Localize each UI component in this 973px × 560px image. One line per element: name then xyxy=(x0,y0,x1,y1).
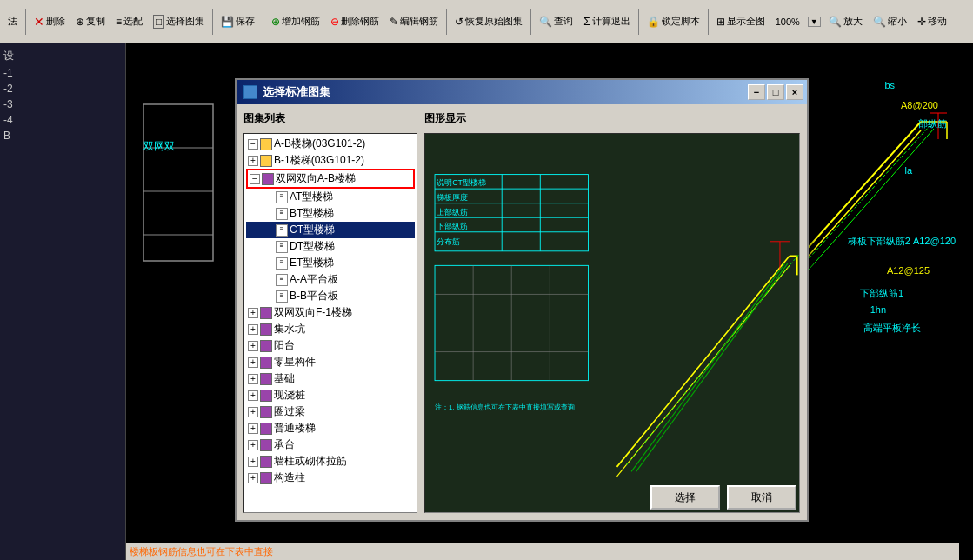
tree-item-at3_7[interactable]: ≡B-B平台板 xyxy=(246,288,415,304)
zoom-dropdown-icon[interactable]: ▼ xyxy=(809,17,820,26)
tree-expand-at7[interactable]: + xyxy=(248,357,258,368)
folder-icon-at11 xyxy=(260,423,272,435)
tree-item-at13[interactable]: +墙柱或砌体拉筋 xyxy=(246,453,415,470)
restore-icon: ↺ xyxy=(455,16,463,28)
tree-item-at12[interactable]: +承台 xyxy=(246,437,415,453)
tree-expand-at13[interactable]: + xyxy=(248,457,258,467)
tree-label-at11: 普通楼梯 xyxy=(274,421,316,436)
move-icon: ✛ xyxy=(917,16,926,28)
delete-label: 删除 xyxy=(46,15,65,28)
edit-rebar-button[interactable]: ✎ 编辑钢筋 xyxy=(385,12,443,30)
zoom-in-button[interactable]: 🔍 放大 xyxy=(824,12,867,30)
tree-expand-at11[interactable]: + xyxy=(248,423,258,434)
tree-item-at3_3[interactable]: ≡CT型楼梯 xyxy=(246,222,415,238)
tree-label-at5: 集水坑 xyxy=(274,322,305,337)
tree-item-at11[interactable]: +普通楼梯 xyxy=(246,420,415,437)
annotation-bujin: 部纵筋 xyxy=(918,117,947,130)
image-panel: 图形显示 说明CT型楼梯 梯板厚度 上部纵筋 下部纵筋 分布筋 xyxy=(424,111,800,513)
tree-item-at10[interactable]: +圈过梁 xyxy=(246,403,415,420)
tree-expand-at9[interactable]: + xyxy=(248,390,258,401)
del-rebar-label: 删除钢筋 xyxy=(341,15,379,28)
menu-fa-label: 法 xyxy=(8,15,17,28)
zoom-in-icon: 🔍 xyxy=(829,16,842,28)
tree-item-at4[interactable]: +双网双向F-1楼梯 xyxy=(246,304,415,321)
select-atlas-button[interactable]: □ 选择图集 xyxy=(149,12,209,31)
minimize-button[interactable]: − xyxy=(748,84,765,100)
folder-icon-at10 xyxy=(260,406,272,418)
tree-item-at3_5[interactable]: ≡ET型楼梯 xyxy=(246,255,415,271)
tree-expand-at2[interactable]: + xyxy=(248,156,258,166)
del-rebar-button[interactable]: ⊖ 删除钢筋 xyxy=(326,12,383,30)
restore-button[interactable]: ↺ 恢复原始图集 xyxy=(450,12,527,30)
image-panel-label: 图形显示 xyxy=(424,111,800,126)
full-label: 显示全图 xyxy=(727,15,765,28)
tree-expand-at1[interactable]: − xyxy=(248,139,258,150)
calc-label: 计算退出 xyxy=(592,15,630,28)
tree-item-at6[interactable]: +阳台 xyxy=(246,337,415,354)
tree-item-at14[interactable]: +构造柱 xyxy=(246,470,415,486)
zoom-out-button[interactable]: 🔍 缩小 xyxy=(869,12,911,30)
tree-expand-at5[interactable]: + xyxy=(248,324,258,335)
annotation-xia-zongjin: 下部纵筋1 xyxy=(860,287,903,300)
calc-exit-button[interactable]: Σ 计算退出 xyxy=(579,12,634,30)
sidebar-item-n3: -3 xyxy=(3,97,122,112)
folder-icon-at8 xyxy=(260,373,272,385)
preview-svg: 说明CT型楼梯 梯板厚度 上部纵筋 下部纵筋 分布筋 xyxy=(425,134,799,512)
restore-label: 恢复原始图集 xyxy=(465,15,523,28)
tree-item-at5[interactable]: +集水坑 xyxy=(246,321,415,337)
tree-label-at8: 基础 xyxy=(274,371,295,386)
move-label: 移动 xyxy=(928,15,947,28)
delete-button[interactable]: ✕ 删除 xyxy=(30,12,70,31)
tree-expand-at12[interactable]: + xyxy=(248,440,258,450)
tree-item-at1[interactable]: −A-B楼梯(03G101-2) xyxy=(246,136,415,152)
toolbar-separator-5 xyxy=(530,9,531,35)
tree-item-at2[interactable]: +B-1楼梯(03G101-2) xyxy=(246,152,415,169)
tree-container[interactable]: −A-B楼梯(03G101-2)+B-1楼梯(03G101-2)−双网双向A-B… xyxy=(243,133,417,513)
full-icon: ⊞ xyxy=(716,16,725,28)
cancel-button[interactable]: 取消 xyxy=(727,485,796,510)
tree-label-at9: 现浇桩 xyxy=(274,388,305,403)
lock-script-button[interactable]: 🔒 锁定脚本 xyxy=(643,12,704,30)
tree-label-at3_5: ET型楼梯 xyxy=(290,256,334,270)
select-button[interactable]: 选择 xyxy=(650,485,720,510)
close-button[interactable]: × xyxy=(786,84,803,100)
add-rebar-button[interactable]: ⊕ 增加钢筋 xyxy=(267,12,324,30)
doc-icon-at3_7: ≡ xyxy=(276,290,288,303)
tree-label-at14: 构造柱 xyxy=(274,470,305,485)
tree-expand-at14[interactable]: + xyxy=(248,473,258,483)
add-rebar-label: 增加钢筋 xyxy=(282,15,320,28)
tree-label-at6: 阳台 xyxy=(274,338,295,353)
tree-label-at3_2: BT型楼梯 xyxy=(290,206,334,221)
tree-item-at3[interactable]: −双网双向A-B楼梯 xyxy=(246,169,415,189)
tree-expand-at8[interactable]: + xyxy=(248,374,258,384)
tree-item-at3_1[interactable]: ≡AT型楼梯 xyxy=(246,189,415,205)
tree-label-at2: B-1楼梯(03G101-2) xyxy=(274,153,364,168)
tree-item-at7[interactable]: +零星构件 xyxy=(246,354,415,370)
folder-icon-at9 xyxy=(260,390,272,402)
tree-expand-at3[interactable]: − xyxy=(250,174,260,184)
tree-item-at9[interactable]: +现浇桩 xyxy=(246,387,415,403)
menu-fa[interactable]: 法 xyxy=(3,12,22,30)
tree-item-at8[interactable]: +基础 xyxy=(246,370,415,387)
tree-item-at3_4[interactable]: ≡DT型楼梯 xyxy=(246,238,415,255)
maximize-button[interactable]: □ xyxy=(767,84,784,100)
move-button[interactable]: ✛ 移动 xyxy=(913,12,951,30)
toolbar-separator-1 xyxy=(25,9,26,35)
dialog-select-atlas: 选择标准图集 − □ × 图集列表 −A-B楼梯(03G101-2)+B-1楼梯… xyxy=(235,78,809,522)
doc-icon-at3_4: ≡ xyxy=(276,241,288,253)
zoom-out-icon: 🔍 xyxy=(873,16,886,28)
tree-item-at3_2[interactable]: ≡BT型楼梯 xyxy=(246,205,415,222)
tree-expand-at10[interactable]: + xyxy=(248,407,258,417)
copy-button[interactable]: ⊕ 复制 xyxy=(71,12,110,30)
zoom-value: 100% xyxy=(776,17,800,27)
folder-icon-at12 xyxy=(260,439,272,451)
tree-item-at3_6[interactable]: ≡A-A平台板 xyxy=(246,271,415,288)
tree-expand-at4[interactable]: + xyxy=(248,308,258,318)
tree-expand-at6[interactable]: + xyxy=(248,341,258,351)
query-button[interactable]: 🔍 查询 xyxy=(535,12,577,30)
svg-text:说明CT型楼梯: 说明CT型楼梯 xyxy=(437,178,486,187)
save-button[interactable]: 💾 保存 xyxy=(217,12,259,30)
match-button[interactable]: ≡ 选配 xyxy=(111,12,147,30)
tree-label-at7: 零星构件 xyxy=(274,355,316,370)
show-full-button[interactable]: ⊞ 显示全图 xyxy=(712,12,770,30)
